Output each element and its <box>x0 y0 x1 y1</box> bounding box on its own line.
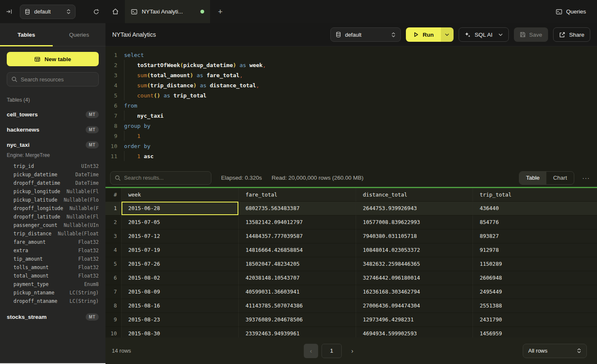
sidebar-database-select[interactable]: default <box>20 5 76 19</box>
sidebar-search-input[interactable] <box>21 76 94 83</box>
indent-guide <box>124 80 137 90</box>
table-cell[interactable]: 4694934.599902593 <box>356 327 473 337</box>
prev-page-button[interactable]: ‹ <box>304 344 318 358</box>
column-header[interactable]: trip_total <box>473 188 597 202</box>
results-search-input[interactable] <box>124 175 207 181</box>
toolbar-database-select[interactable]: default <box>330 27 401 42</box>
editor-line[interactable]: 3sum(total_amount) as fare_total, <box>105 70 597 80</box>
sidebar-item-cell-towers[interactable]: cell_towers MT <box>7 111 99 118</box>
table-cell[interactable]: 854776 <box>473 216 597 229</box>
table-cell[interactable]: 3482632.2598446365 <box>356 257 473 271</box>
sidebar-item-hackernews[interactable]: hackernews MT <box>7 126 99 133</box>
row-index-cell[interactable]: 10 <box>105 327 122 337</box>
table-cell[interactable]: 1456959 <box>473 327 597 337</box>
refresh-icon[interactable] <box>93 8 100 15</box>
table-cell[interactable]: 2015-08-23 <box>122 313 239 327</box>
save-button[interactable]: Save <box>514 27 548 42</box>
editor-line[interactable]: 6from <box>105 100 597 111</box>
table-cell[interactable]: 27006436.094474304 <box>356 299 473 313</box>
row-index-cell[interactable]: 6 <box>105 271 122 285</box>
current-page[interactable]: 1 <box>321 344 342 358</box>
sidebar-item-nyc-taxi[interactable]: nyc_taxi MT <box>7 141 99 148</box>
editor-line[interactable]: 2toStartOfWeek(pickup_datetime) as week, <box>105 60 597 70</box>
table-cell[interactable]: 23392463.94939961 <box>239 327 356 337</box>
row-index-cell[interactable]: 4 <box>105 243 122 257</box>
table-cell[interactable]: 10577008.839622993 <box>356 216 473 229</box>
row-index-cell[interactable]: 1 <box>105 202 122 216</box>
sql-ai-button[interactable]: SQL AI <box>459 27 509 42</box>
row-index-cell[interactable]: 5 <box>105 257 122 271</box>
table-cell[interactable]: 6802735.563483387 <box>239 202 356 216</box>
row-index-cell[interactable]: 2 <box>105 216 122 229</box>
new-tab-button[interactable]: + <box>210 0 230 23</box>
table-cell[interactable]: 12973496.4298231 <box>356 313 473 327</box>
column-type: LC(String) <box>70 298 99 304</box>
run-options-button[interactable] <box>441 27 454 42</box>
sidebar-tab-tables[interactable]: Tables <box>0 23 53 46</box>
editor-line[interactable]: 7nyc_taxi <box>105 111 597 121</box>
table-cell[interactable]: 42038148.10543707 <box>239 271 356 285</box>
table-cell[interactable]: 2431790 <box>473 313 597 327</box>
table-cell[interactable]: 2015-08-30 <box>122 327 239 337</box>
table-cell[interactable]: 18502047.48234205 <box>239 257 356 271</box>
table-cell[interactable]: 1150289 <box>473 257 597 271</box>
table-cell[interactable]: 2495449 <box>473 285 597 299</box>
row-index-cell[interactable]: 3 <box>105 229 122 243</box>
table-cell[interactable]: 14484357.777039587 <box>239 229 356 243</box>
new-table-button[interactable]: New table <box>7 52 99 66</box>
home-tab-button[interactable] <box>105 0 125 23</box>
editor-line[interactable]: 8group by <box>105 121 597 131</box>
row-index-cell[interactable]: 9 <box>105 313 122 327</box>
table-cell[interactable]: 436440 <box>473 202 597 216</box>
table-cell[interactable]: 2015-07-05 <box>122 216 239 229</box>
table-cell[interactable]: 13582142.094012797 <box>239 216 356 229</box>
table-cell[interactable]: 2644753.939926943 <box>356 202 473 216</box>
sql-editor[interactable]: 1select2toStartOfWeek(pickup_datetime) a… <box>105 46 597 169</box>
share-button[interactable]: Share <box>553 27 590 42</box>
column-header[interactable]: distance_total <box>356 188 473 202</box>
table-cell[interactable]: 2015-07-26 <box>122 257 239 271</box>
table-cell[interactable]: 2015-08-09 <box>122 285 239 299</box>
editor-line[interactable]: 91 <box>105 131 597 141</box>
table-cell[interactable]: 40599031.36603941 <box>239 285 356 299</box>
table-cell[interactable]: 2015-07-19 <box>122 243 239 257</box>
table-cell[interactable]: 2606948 <box>473 271 597 285</box>
editor-line[interactable]: 10order by <box>105 141 597 151</box>
table-cell[interactable]: 16236168.303462794 <box>356 285 473 299</box>
table-cell[interactable]: 2015-07-12 <box>122 229 239 243</box>
column-header[interactable]: # <box>105 188 122 202</box>
row-index-cell[interactable]: 7 <box>105 285 122 299</box>
column-header[interactable]: week <box>122 188 239 202</box>
row-index-cell[interactable]: 8 <box>105 299 122 313</box>
table-cell[interactable]: 39376089.204678506 <box>239 313 356 327</box>
table-cell[interactable]: 2015-08-16 <box>122 299 239 313</box>
queries-panel-button[interactable]: Queries <box>556 0 597 23</box>
table-cell[interactable]: 32746442.096180014 <box>356 271 473 285</box>
table-name: stocks_stream <box>7 314 47 320</box>
table-cell[interactable]: 2551388 <box>473 299 597 313</box>
sidebar-tab-queries[interactable]: Queries <box>53 23 105 46</box>
editor-line[interactable]: 4sum(trip_distance) as distance_total, <box>105 80 597 90</box>
table-cell[interactable]: 2015-06-28 <box>122 202 239 216</box>
view-toggle-chart[interactable]: Chart <box>546 172 574 184</box>
page-size-select[interactable]: All rows <box>523 344 587 358</box>
column-header[interactable]: fare_total <box>239 188 356 202</box>
table-cell[interactable]: 2015-08-02 <box>122 271 239 285</box>
editor-line[interactable]: 5count() as trip_total <box>105 90 597 100</box>
table-cell[interactable]: 893827 <box>473 229 597 243</box>
column-name: pickup_latitude <box>14 197 57 203</box>
table-cell[interactable]: 912978 <box>473 243 597 257</box>
sidebar-item-stocks-stream[interactable]: stocks_stream MT <box>7 313 99 321</box>
table-cell[interactable]: 7940380.031105718 <box>356 229 473 243</box>
table-cell[interactable]: 41143785.507074386 <box>239 299 356 313</box>
editor-line[interactable]: 111 asc <box>105 151 597 161</box>
collapse-sidebar-icon[interactable] <box>6 8 12 15</box>
run-button[interactable]: Run <box>406 27 441 42</box>
table-cell[interactable]: 10848014.023053372 <box>356 243 473 257</box>
more-options-icon[interactable]: ··· <box>580 174 592 181</box>
editor-line[interactable]: 1select <box>105 50 597 60</box>
table-cell[interactable]: 14816664.426858854 <box>239 243 356 257</box>
next-page-button[interactable]: › <box>345 344 359 358</box>
tab-nytaxi-analytics[interactable]: NYTaxi Analyti... <box>125 0 210 23</box>
view-toggle-table[interactable]: Table <box>519 172 546 184</box>
